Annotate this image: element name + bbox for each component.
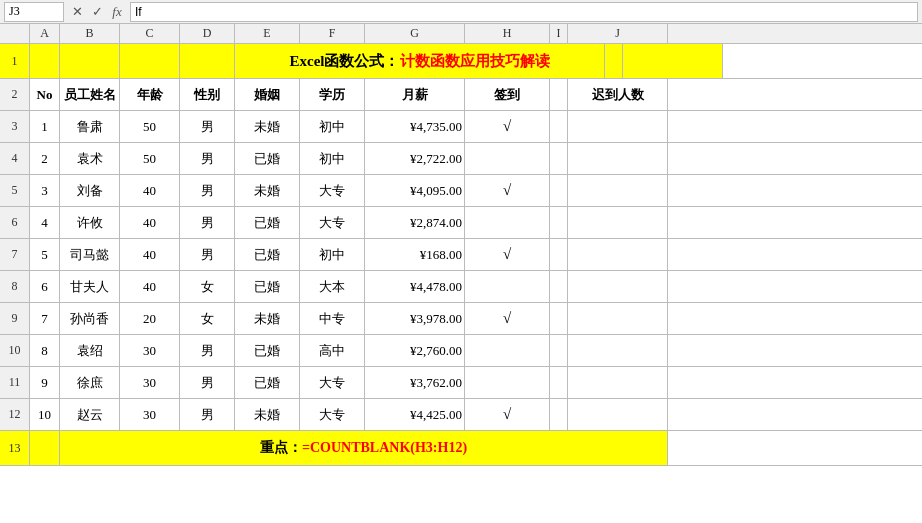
cell-J10[interactable]	[568, 335, 668, 366]
cell-I2[interactable]	[550, 79, 568, 110]
cell-C10[interactable]: 30	[120, 335, 180, 366]
cell-I3[interactable]	[550, 111, 568, 142]
cell-note-merged[interactable]: 重点： =COUNTBLANK(H3:H12)	[60, 431, 668, 465]
cell-E11[interactable]: 已婚	[235, 367, 300, 398]
cell-J12[interactable]	[568, 399, 668, 430]
cell-B12[interactable]: 赵云	[60, 399, 120, 430]
cell-J1[interactable]	[623, 44, 723, 78]
cell-D5[interactable]: 男	[180, 175, 235, 206]
cell-B2[interactable]: 员工姓名	[60, 79, 120, 110]
cell-B8[interactable]: 甘夫人	[60, 271, 120, 302]
cell-J7[interactable]	[568, 239, 668, 270]
cell-D3[interactable]: 男	[180, 111, 235, 142]
cell-G11[interactable]: ¥3,762.00	[365, 367, 465, 398]
cell-H11[interactable]	[465, 367, 550, 398]
cell-I8[interactable]	[550, 271, 568, 302]
cell-F9[interactable]: 中专	[300, 303, 365, 334]
cell-B5[interactable]: 刘备	[60, 175, 120, 206]
cell-G7[interactable]: ¥168.00	[365, 239, 465, 270]
cell-E2[interactable]: 婚姻	[235, 79, 300, 110]
cell-I9[interactable]	[550, 303, 568, 334]
cell-G10[interactable]: ¥2,760.00	[365, 335, 465, 366]
cell-D11[interactable]: 男	[180, 367, 235, 398]
cell-E12[interactable]: 未婚	[235, 399, 300, 430]
cell-J5[interactable]	[568, 175, 668, 206]
cell-A4[interactable]: 2	[30, 143, 60, 174]
cell-F11[interactable]: 大专	[300, 367, 365, 398]
cell-A6[interactable]: 4	[30, 207, 60, 238]
cell-G3[interactable]: ¥4,735.00	[365, 111, 465, 142]
cell-F12[interactable]: 大专	[300, 399, 365, 430]
cell-E4[interactable]: 已婚	[235, 143, 300, 174]
cell-C8[interactable]: 40	[120, 271, 180, 302]
cell-J2[interactable]: 迟到人数	[568, 79, 668, 110]
cell-G2[interactable]: 月薪	[365, 79, 465, 110]
cell-B7[interactable]: 司马懿	[60, 239, 120, 270]
cell-C9[interactable]: 20	[120, 303, 180, 334]
cell-A8[interactable]: 6	[30, 271, 60, 302]
cell-I6[interactable]	[550, 207, 568, 238]
cell-H10[interactable]	[465, 335, 550, 366]
cell-B9[interactable]: 孙尚香	[60, 303, 120, 334]
cell-C11[interactable]: 30	[120, 367, 180, 398]
cell-G12[interactable]: ¥4,425.00	[365, 399, 465, 430]
cell-F7[interactable]: 初中	[300, 239, 365, 270]
cell-B1[interactable]	[60, 44, 120, 78]
cancel-icon[interactable]: ✕	[68, 3, 86, 21]
cell-A7[interactable]: 5	[30, 239, 60, 270]
cell-I11[interactable]	[550, 367, 568, 398]
cell-H7[interactable]: √	[465, 239, 550, 270]
cell-H5[interactable]: √	[465, 175, 550, 206]
cell-I10[interactable]	[550, 335, 568, 366]
cell-A2[interactable]: No	[30, 79, 60, 110]
cell-A10[interactable]: 8	[30, 335, 60, 366]
cell-H2[interactable]: 签到	[465, 79, 550, 110]
cell-B11[interactable]: 徐庶	[60, 367, 120, 398]
cell-A9[interactable]: 7	[30, 303, 60, 334]
cell-E5[interactable]: 未婚	[235, 175, 300, 206]
cell-H8[interactable]	[465, 271, 550, 302]
cell-D7[interactable]: 男	[180, 239, 235, 270]
cell-G4[interactable]: ¥2,722.00	[365, 143, 465, 174]
cell-D9[interactable]: 女	[180, 303, 235, 334]
cell-F3[interactable]: 初中	[300, 111, 365, 142]
cell-C12[interactable]: 30	[120, 399, 180, 430]
cell-A11[interactable]: 9	[30, 367, 60, 398]
cell-E3[interactable]: 未婚	[235, 111, 300, 142]
cell-D12[interactable]: 男	[180, 399, 235, 430]
cell-E10[interactable]: 已婚	[235, 335, 300, 366]
cell-E8[interactable]: 已婚	[235, 271, 300, 302]
cell-E7[interactable]: 已婚	[235, 239, 300, 270]
fx-icon[interactable]: fx	[108, 3, 126, 21]
cell-B6[interactable]: 许攸	[60, 207, 120, 238]
cell-C4[interactable]: 50	[120, 143, 180, 174]
cell-D1[interactable]	[180, 44, 235, 78]
cell-I4[interactable]	[550, 143, 568, 174]
cell-B10[interactable]: 袁绍	[60, 335, 120, 366]
cell-F5[interactable]: 大专	[300, 175, 365, 206]
cell-title-merged[interactable]: Excel函数公式：计数函数应用技巧解读	[235, 44, 605, 78]
cell-D8[interactable]: 女	[180, 271, 235, 302]
cell-C1[interactable]	[120, 44, 180, 78]
cell-A3[interactable]: 1	[30, 111, 60, 142]
cell-D4[interactable]: 男	[180, 143, 235, 174]
cell-C3[interactable]: 50	[120, 111, 180, 142]
cell-D10[interactable]: 男	[180, 335, 235, 366]
cell-C5[interactable]: 40	[120, 175, 180, 206]
cell-E6[interactable]: 已婚	[235, 207, 300, 238]
cell-H12[interactable]: √	[465, 399, 550, 430]
cell-J4[interactable]	[568, 143, 668, 174]
cell-D6[interactable]: 男	[180, 207, 235, 238]
cell-H4[interactable]	[465, 143, 550, 174]
cell-D2[interactable]: 性别	[180, 79, 235, 110]
cell-I5[interactable]	[550, 175, 568, 206]
cell-J6[interactable]	[568, 207, 668, 238]
cell-F6[interactable]: 大专	[300, 207, 365, 238]
cell-A1[interactable]	[30, 44, 60, 78]
cell-J8[interactable]	[568, 271, 668, 302]
cell-I1[interactable]	[605, 44, 623, 78]
cell-G9[interactable]: ¥3,978.00	[365, 303, 465, 334]
cell-I7[interactable]	[550, 239, 568, 270]
formula-input[interactable]	[130, 2, 918, 22]
cell-H3[interactable]: √	[465, 111, 550, 142]
